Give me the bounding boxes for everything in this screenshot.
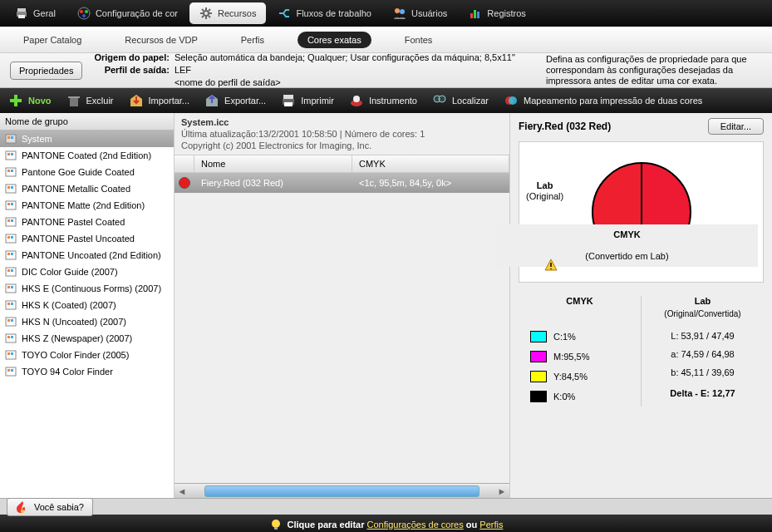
detail-panel: Fiery.Red (032 Red) Editar... Lab (Origi…	[510, 113, 772, 498]
sidebar-item[interactable]: PANTONE Matte (2nd Edition)	[0, 197, 174, 214]
group-icon	[5, 166, 17, 178]
svg-point-17	[353, 96, 360, 102]
svg-rect-62	[7, 352, 10, 355]
sidebar-item[interactable]: DIC Color Guide (2007)	[0, 264, 174, 280]
group-icon	[5, 349, 17, 361]
profile-title: System.icc	[181, 117, 229, 127]
sidebar-item[interactable]: PANTONE Pastel Uncoated	[0, 230, 174, 247]
svg-rect-56	[7, 319, 10, 322]
did-you-know-button[interactable]: Você sabia?	[7, 498, 93, 516]
group-icon	[5, 366, 17, 377]
svg-rect-0	[17, 8, 26, 12]
sidebar-item[interactable]: HKS K (Coated) (2007)	[0, 297, 174, 313]
svg-rect-38	[7, 219, 10, 222]
group-icon	[5, 299, 17, 311]
properties-description: Defina as configurações de propriedade p…	[546, 54, 762, 86]
group-sidebar: Nome de grupo SystemPANTONE Coated (2nd …	[0, 113, 175, 498]
sidebar-item[interactable]: System	[0, 131, 174, 147]
sidebar-item[interactable]: HKS Z (Newspaper) (2007)	[0, 330, 174, 347]
svg-point-5	[85, 10, 88, 13]
scroll-thumb[interactable]	[204, 485, 479, 497]
svg-rect-44	[7, 253, 10, 255]
flame-icon	[16, 500, 29, 514]
sidebar-item[interactable]: PANTONE Uncoated (2nd Edition)	[0, 247, 174, 264]
svg-rect-2	[18, 15, 25, 18]
group-list[interactable]: SystemPANTONE Coated (2nd Edition)Panton…	[0, 131, 174, 498]
delete-button[interactable]: Excluir	[66, 93, 114, 108]
tab-users[interactable]: Usuários	[383, 2, 457, 24]
svg-rect-23	[7, 136, 10, 139]
lab-label: Lab (Original)	[526, 180, 563, 202]
link-color-config[interactable]: Configurações de cores	[367, 520, 464, 530]
profile-copyright: Copyright (c) 2001 Electronics for Imagi…	[181, 140, 371, 150]
svg-rect-59	[7, 336, 10, 338]
group-icon	[5, 233, 17, 244]
export-button[interactable]: Exportar...	[204, 93, 266, 108]
new-button[interactable]: Novo	[8, 93, 52, 108]
subtab-fontes[interactable]: Fontes	[395, 32, 443, 48]
table-row[interactable]: Fiery.Red (032 Red) <1c, 95,5m, 84,5y, 0…	[175, 173, 509, 193]
palette-icon	[77, 7, 91, 20]
lab-values: Lab (Original/Convertida) L: 53,91 / 47,…	[642, 289, 764, 413]
tab-recursos[interactable]: Recursos	[189, 2, 266, 24]
subtab-cores-exatas[interactable]: Cores exatas	[297, 32, 371, 48]
svg-rect-29	[7, 170, 10, 172]
svg-rect-30	[11, 170, 13, 172]
subtab-paper-catalog[interactable]: Paper Catalog	[13, 32, 91, 48]
svg-rect-48	[11, 269, 13, 272]
tab-label: Geral	[33, 8, 56, 18]
group-icon	[5, 150, 17, 161]
link-perfis[interactable]: Perfis	[479, 520, 503, 530]
horizontal-scrollbar[interactable]: ◄ ►	[175, 483, 509, 498]
toolbar: Novo Excluir Importar... Exportar... Imp…	[0, 88, 772, 113]
col-name[interactable]: Nome	[194, 155, 352, 172]
tip-bar: Clique para editar Configurações de core…	[0, 515, 772, 532]
svg-rect-35	[7, 203, 10, 205]
sidebar-item[interactable]: TOYO Color Finder (2005)	[0, 347, 174, 363]
sidebar-item[interactable]: TOYO 94 Color Finder	[0, 363, 174, 380]
gear-icon	[199, 7, 213, 20]
instrument-button[interactable]: Instrumento	[349, 93, 417, 108]
svg-rect-24	[11, 136, 13, 139]
sidebar-item[interactable]: HKS N (Uncoated) (2007)	[0, 313, 174, 330]
svg-point-21	[509, 96, 517, 105]
sidebar-item[interactable]: HKS E (Continuous Forms) (2007)	[0, 280, 174, 297]
tab-geral[interactable]: Geral	[5, 2, 66, 24]
paper-origin-value: Seleção automática da bandeja; Qualquer;…	[175, 52, 534, 76]
col-cmyk[interactable]: CMYK	[352, 155, 509, 172]
edit-button[interactable]: Editar...	[708, 118, 764, 135]
svg-rect-47	[7, 269, 10, 272]
scroll-left-icon[interactable]: ◄	[175, 486, 189, 496]
svg-rect-60	[11, 336, 13, 338]
warning-icon	[544, 259, 558, 272]
sidebar-header: Nome de grupo	[0, 113, 174, 131]
sidebar-item[interactable]: PANTONE Metallic Coated	[0, 180, 174, 197]
sidebar-item[interactable]: PANTONE Coated (2nd Edition)	[0, 147, 174, 164]
table-header: Nome CMYK	[175, 155, 509, 173]
find-button[interactable]: Localizar	[432, 93, 489, 108]
sidebar-item[interactable]: PANTONE Pastel Coated	[0, 214, 174, 230]
profile-updated: Última atualização:13/2/2001 10:58:50 | …	[181, 129, 425, 139]
tab-color-config[interactable]: Configuração de cor	[67, 2, 188, 24]
properties-button[interactable]: Propriedades	[10, 62, 82, 80]
svg-point-67	[272, 520, 280, 528]
svg-point-6	[82, 14, 86, 17]
svg-rect-26	[7, 153, 10, 155]
tab-logs[interactable]: Registros	[459, 2, 535, 24]
import-button[interactable]: Importar...	[129, 93, 190, 108]
subtab-vdp[interactable]: Recursos de VDP	[115, 32, 207, 48]
top-tab-bar: Geral Configuração de cor Recursos Fluxo…	[0, 0, 772, 27]
flow-icon	[278, 7, 291, 20]
tab-workflows[interactable]: Fluxos de trabalho	[268, 2, 381, 24]
subtab-perfis[interactable]: Perfis	[231, 32, 274, 48]
properties-bar: Propriedades Origem do papel: Perfil de …	[0, 53, 772, 88]
group-icon	[5, 249, 17, 261]
cmyk-label: CMYK (Convertido em Lab)	[496, 224, 758, 267]
two-color-mapping-button[interactable]: Mapeamento para impressão de duas cores	[504, 93, 702, 108]
svg-rect-68	[274, 527, 278, 530]
output-profile-label: Perfil de saída:	[94, 64, 169, 76]
svg-point-4	[80, 10, 83, 13]
sidebar-item[interactable]: Pantone Goe Guide Coated	[0, 164, 174, 180]
print-button[interactable]: Imprimir	[281, 93, 334, 108]
scroll-right-icon[interactable]: ►	[494, 486, 509, 496]
